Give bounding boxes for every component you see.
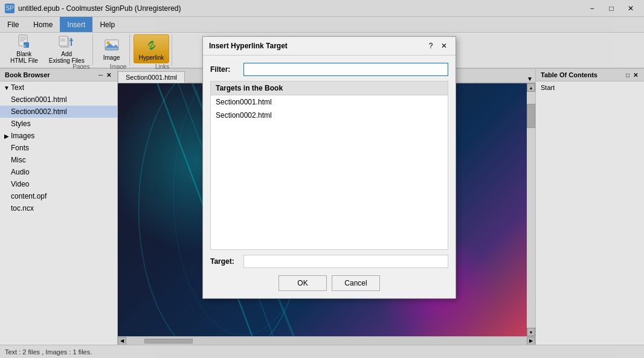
modal-title: Insert Hyperlink Target [209,42,288,50]
target-input[interactable] [243,255,448,268]
filter-label: Filter: [210,65,243,74]
modal-overlay: Insert Hyperlink Target ? ✕ Filter: Targ… [0,0,644,358]
modal-controls: ? ✕ [425,40,449,51]
modal-body: Filter: Targets in the Book Section0001.… [203,56,456,298]
modal-close-button[interactable]: ✕ [439,40,449,51]
ok-button[interactable]: OK [279,275,327,291]
list-item-section0002[interactable]: Section0002.html [211,109,448,122]
modal-titlebar: Insert Hyperlink Target ? ✕ [203,37,456,56]
target-field: Target: [210,255,448,268]
insert-hyperlink-dialog: Insert Hyperlink Target ? ✕ Filter: Targ… [202,36,456,299]
cancel-button[interactable]: Cancel [332,275,380,291]
list-item-section0001[interactable]: Section0001.html [211,95,448,109]
modal-button-row: OK Cancel [210,275,448,291]
list-header: Targets in the Book [211,82,448,95]
modal-help-button[interactable]: ? [425,40,436,51]
filter-input[interactable] [243,63,448,76]
target-label: Target: [210,257,243,266]
filter-field: Filter: [210,63,448,76]
target-list-container: Targets in the Book Section0001.html Sec… [210,81,448,250]
